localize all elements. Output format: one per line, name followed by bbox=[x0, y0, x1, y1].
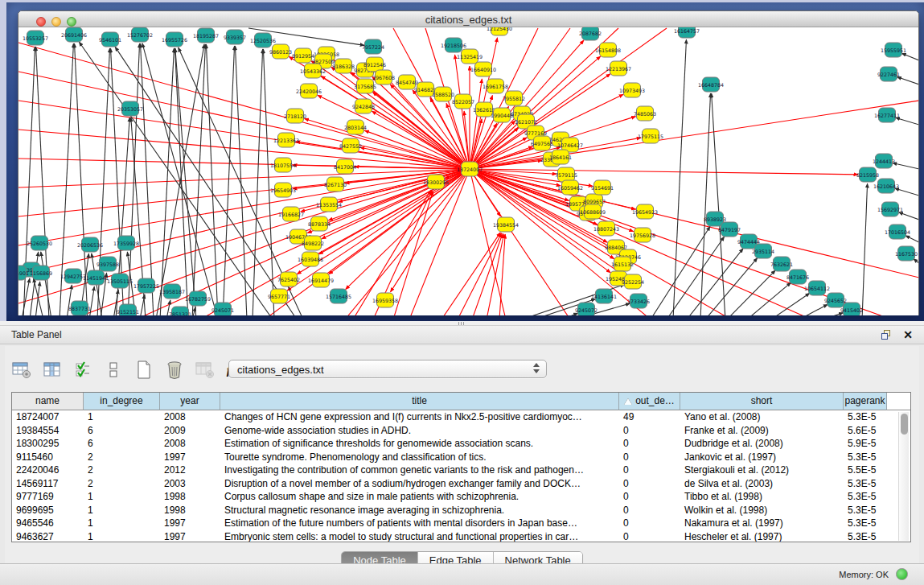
graph-node[interactable]: 2803144 bbox=[344, 120, 367, 134]
network-graph-canvas[interactable]: 1872400718300295193845549860123891295418… bbox=[18, 27, 918, 315]
graph-node[interactable]: 8878334 bbox=[308, 216, 331, 231]
graph-node[interactable]: 19756928 bbox=[630, 228, 655, 242]
table-cell[interactable]: Disruption of a novel member of a sodium… bbox=[220, 477, 619, 491]
table-cell[interactable]: de Silva et al. (2003) bbox=[680, 477, 844, 491]
graph-node[interactable]: 12213967 bbox=[606, 61, 631, 76]
graph-node[interactable]: 19654903 bbox=[270, 183, 296, 197]
graph-node[interactable]: 9245071 bbox=[211, 303, 234, 315]
graph-node[interactable]: 9339357 bbox=[224, 30, 246, 44]
graph-node[interactable]: 9152151 bbox=[117, 304, 139, 315]
graph-node[interactable]: 16154808 bbox=[595, 43, 621, 57]
graph-node[interactable]: 8471676 bbox=[786, 270, 809, 284]
row-height-icon[interactable] bbox=[103, 360, 124, 381]
graph-node[interactable]: 19384554 bbox=[493, 217, 519, 232]
graph-node[interactable]: 16782759 bbox=[185, 291, 211, 306]
table-cell[interactable]: Jankovic et al. (1997) bbox=[680, 451, 844, 464]
graph-node[interactable]: 17957225 bbox=[133, 278, 159, 293]
table-cell[interactable]: 1997 bbox=[160, 530, 220, 543]
table-cell[interactable]: 9115460 bbox=[12, 451, 84, 464]
graph-node[interactable]: 20691406 bbox=[61, 27, 87, 42]
graph-node[interactable]: 8912954 bbox=[292, 48, 314, 63]
table-cell[interactable]: 1 bbox=[84, 504, 160, 517]
graph-node[interactable]: 7955812 bbox=[503, 91, 525, 105]
table-cell[interactable]: 2 bbox=[84, 463, 160, 477]
table-row[interactable]: 1872400712008Changes of HCN gene express… bbox=[12, 410, 910, 424]
graph-node[interactable]: 9546101 bbox=[99, 32, 121, 47]
close-panel-icon[interactable]: ✕ bbox=[903, 328, 913, 341]
table-cell[interactable]: 6 bbox=[84, 437, 160, 451]
graph-node[interactable]: 17975115 bbox=[638, 129, 663, 143]
graph-node[interactable]: 12125430 bbox=[487, 27, 512, 35]
graph-node[interactable]: 14136141 bbox=[591, 289, 617, 303]
table-cell[interactable]: 9463627 bbox=[12, 530, 84, 543]
table-cell[interactable]: 5.9E-5 bbox=[844, 437, 887, 451]
graph-node[interactable]: 9252254 bbox=[622, 274, 644, 289]
table-cell[interactable]: 1998 bbox=[160, 504, 220, 517]
table-cell[interactable]: 0 bbox=[619, 517, 680, 530]
table-cell[interactable]: 9465546 bbox=[12, 517, 84, 530]
graph-node[interactable]: 1167530 bbox=[895, 246, 918, 261]
table-cell[interactable]: 5.3E-5 bbox=[844, 517, 887, 530]
column-header-in_degree[interactable]: in_degree bbox=[84, 393, 160, 410]
table-cell[interactable]: 9777169 bbox=[12, 490, 84, 504]
graph-node[interactable]: 9860123 bbox=[269, 44, 292, 59]
table-cell[interactable]: Tibbo et al. (1998) bbox=[680, 490, 844, 504]
column-header-short[interactable]: short bbox=[680, 393, 844, 410]
table-row[interactable]: 977716911998Corpus callosum shape and si… bbox=[12, 490, 910, 504]
graph-node[interactable]: 7579115 bbox=[555, 167, 577, 182]
graph-node[interactable]: 1156869 bbox=[30, 266, 52, 280]
splitter-grip-icon[interactable] bbox=[458, 322, 466, 325]
graph-node[interactable]: 9242848 bbox=[352, 99, 375, 113]
graph-node[interactable]: 7851321 bbox=[169, 307, 191, 315]
table-cell[interactable]: 2012 bbox=[160, 463, 220, 477]
graph-node[interactable]: 12520536 bbox=[250, 33, 276, 47]
table-cell[interactable]: Estimation of significance thresholds fo… bbox=[220, 437, 619, 451]
graph-node[interactable]: 9245072 bbox=[575, 303, 598, 315]
table-cell[interactable]: Structural magnetic resonance image aver… bbox=[220, 504, 619, 517]
table-cell[interactable]: 9699695 bbox=[12, 504, 84, 517]
table-cell[interactable]: 2008 bbox=[160, 410, 220, 424]
table-vertical-scrollbar[interactable] bbox=[898, 412, 909, 541]
graph-node[interactable]: 7632621 bbox=[770, 257, 793, 271]
table-cell[interactable]: 5.6E-5 bbox=[844, 424, 887, 438]
table-row[interactable]: 2242004622012Investigating the contribut… bbox=[12, 463, 910, 477]
show-columns-icon[interactable] bbox=[42, 360, 63, 381]
table-cell[interactable]: Embryonic stem cells: a model to study s… bbox=[220, 530, 619, 543]
table-cell[interactable]: 0 bbox=[619, 437, 680, 451]
table-row[interactable]: 911546021997Tourette syndrome. Phenomeno… bbox=[12, 451, 910, 464]
graph-node[interactable]: 16959358 bbox=[372, 293, 398, 307]
table-cell[interactable]: 0 bbox=[619, 463, 680, 477]
graph-node[interactable]: 16277411 bbox=[874, 108, 900, 122]
table-cell[interactable]: Corpus callosum shape and size in male p… bbox=[220, 490, 619, 504]
table-cell[interactable]: 1 bbox=[84, 410, 160, 424]
graph-node[interactable]: 10553257 bbox=[23, 31, 48, 45]
float-panel-icon[interactable] bbox=[881, 330, 892, 340]
graph-node[interactable]: 1864161 bbox=[549, 150, 572, 164]
new-document-icon[interactable] bbox=[133, 360, 154, 381]
table-cell[interactable]: 1997 bbox=[160, 517, 220, 530]
graph-node[interactable]: 17016504 bbox=[885, 225, 910, 239]
table-cell[interactable]: Changes of HCN gene expression and I(f) … bbox=[220, 410, 619, 424]
graph-node[interactable]: 9227461 bbox=[877, 67, 900, 81]
graph-node[interactable]: 6479197 bbox=[718, 222, 741, 237]
table-row[interactable]: 1830029562008Estimation of significance … bbox=[12, 437, 910, 451]
graph-node[interactable]: 3175685 bbox=[354, 79, 376, 93]
table-cell[interactable]: 14569117 bbox=[12, 477, 84, 491]
table-cell[interactable]: Wolkin et al. (1998) bbox=[680, 504, 844, 517]
table-cell[interactable]: Stergiakouli et al. (2012) bbox=[680, 463, 844, 477]
table-cell[interactable]: 0 bbox=[619, 424, 680, 438]
graph-node[interactable]: 16164757 bbox=[674, 27, 700, 38]
table-cell[interactable]: 22420046 bbox=[12, 463, 84, 477]
table-cell[interactable]: 5.3E-5 bbox=[844, 530, 887, 543]
table-cell[interactable]: 2009 bbox=[160, 424, 220, 438]
table-cell[interactable]: 5.3E-5 bbox=[844, 477, 887, 491]
graph-node[interactable]: 18195287 bbox=[193, 28, 219, 43]
graph-node[interactable]: 1733426 bbox=[627, 294, 650, 308]
graph-node[interactable]: 1990448 bbox=[491, 108, 513, 122]
graph-node[interactable]: 16955726 bbox=[162, 32, 187, 47]
table-row[interactable]: 946554611997Estimation of the future num… bbox=[12, 517, 910, 530]
graph-node[interactable]: 16210643 bbox=[873, 179, 899, 193]
table-cell[interactable]: 5.3E-5 bbox=[844, 504, 887, 517]
scrollbar-thumb[interactable] bbox=[901, 414, 908, 435]
table-cell[interactable]: 1 bbox=[84, 490, 160, 504]
